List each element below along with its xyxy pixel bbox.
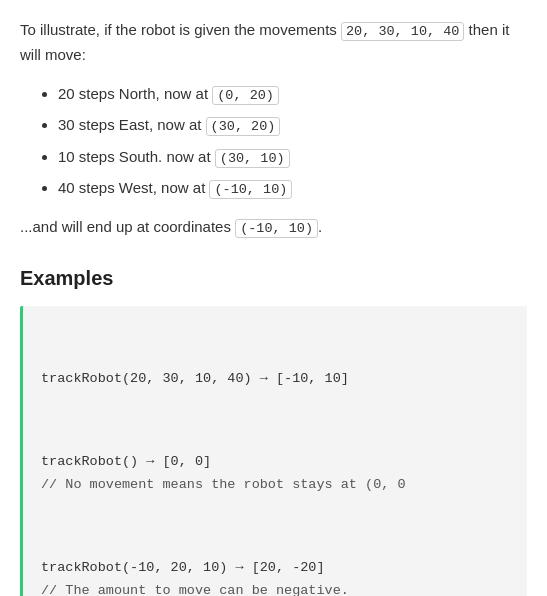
code-line-2: trackRobot() → [0, 0] xyxy=(41,454,211,469)
list-item: 10 steps South. now at (30, 10) xyxy=(58,145,527,170)
code-example-1: trackRobot(20, 30, 10, 40) → [-10, 10] xyxy=(41,368,509,391)
step-2-code: (30, 20) xyxy=(206,117,281,136)
code-example-3: trackRobot(-10, 20, 10) → [20, -20] // T… xyxy=(41,557,509,596)
intro-paragraph: To illustrate, if the robot is given the… xyxy=(20,18,527,68)
code-comment-2: // No movement means the robot stays at … xyxy=(41,477,406,492)
end-code: (-10, 10) xyxy=(235,219,318,238)
code-block: trackRobot(20, 30, 10, 40) → [-10, 10] t… xyxy=(41,322,509,596)
list-item: 20 steps North, now at (0, 20) xyxy=(58,82,527,107)
step-2-text: 30 steps East, now at xyxy=(58,116,206,133)
movements-code: 20, 30, 10, 40 xyxy=(341,22,464,41)
step-4-text: 40 steps West, now at xyxy=(58,179,209,196)
examples-heading: Examples xyxy=(20,262,527,294)
code-line-3: trackRobot(-10, 20, 10) → [20, -20] xyxy=(41,560,325,575)
intro-text-before: To illustrate, if the robot is given the… xyxy=(20,21,341,38)
steps-list: 20 steps North, now at (0, 20) 30 steps … xyxy=(20,82,527,201)
step-1-code: (0, 20) xyxy=(212,86,279,105)
step-1-text: 20 steps North, now at xyxy=(58,85,212,102)
code-comment-3: // The amount to move can be negative. xyxy=(41,583,349,596)
step-4-code: (-10, 10) xyxy=(209,180,292,199)
end-text-before: ...and will end up at coordinates xyxy=(20,218,235,235)
step-3-code: (30, 10) xyxy=(215,149,290,168)
code-block-container: trackRobot(20, 30, 10, 40) → [-10, 10] t… xyxy=(20,306,527,596)
end-paragraph: ...and will end up at coordinates (-10, … xyxy=(20,215,527,240)
code-example-2: trackRobot() → [0, 0] // No movement mea… xyxy=(41,451,509,497)
code-line-1: trackRobot(20, 30, 10, 40) → [-10, 10] xyxy=(41,371,349,386)
list-item: 30 steps East, now at (30, 20) xyxy=(58,113,527,138)
step-3-text: 10 steps South. now at xyxy=(58,148,215,165)
list-item: 40 steps West, now at (-10, 10) xyxy=(58,176,527,201)
end-text-after: . xyxy=(318,218,322,235)
